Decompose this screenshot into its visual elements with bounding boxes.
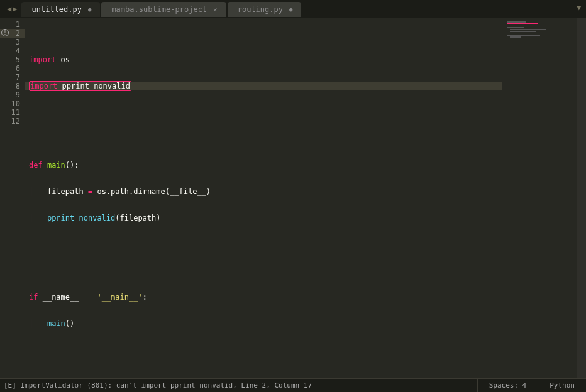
tab-label: mamba.sublime-project (111, 5, 207, 14)
tab-history-forward-icon[interactable]: ▶ (13, 4, 17, 13)
line-number: 3 (0, 38, 25, 46)
line-number: 5 (0, 55, 25, 64)
line-number: 6 (0, 64, 25, 73)
line-number: 11 (0, 108, 25, 117)
status-error-message[interactable]: [E] ImportValidator (801): can't import … (0, 381, 477, 389)
code-line: def main(): (25, 161, 502, 170)
code-line: │ pprint_nonvalid(filepath) (25, 214, 502, 222)
code-line (25, 346, 502, 354)
tab-dirty-icon: ● (88, 6, 91, 13)
status-syntax[interactable]: Python (538, 379, 586, 392)
gutter-error-icon[interactable]: ! (1, 29, 9, 36)
code-line: import pprint_nonvalid (25, 82, 502, 90)
code-line (25, 266, 502, 275)
tab-history-back-icon[interactable]: ◀ (7, 4, 11, 13)
code-line (25, 134, 502, 143)
minimap[interactable] (502, 18, 577, 378)
code-line: import os (25, 55, 502, 64)
tab-bar: ◀ ▶ untitled.py ● mamba.sublime-project … (0, 0, 586, 18)
code-line (25, 240, 502, 249)
editor: 1 ! 2 3 4 5 6 7 8 9 10 11 12 import os i… (0, 18, 586, 378)
tab-untitled-py[interactable]: untitled.py ● (21, 2, 100, 17)
line-number: 8 (0, 82, 25, 90)
line-number: 10 (0, 99, 25, 108)
code-line: │ filepath = os.path.dirname(__file__) (25, 187, 502, 196)
code-line: │ main() (25, 319, 502, 328)
tab-label: routing.py (238, 5, 283, 14)
tab-overflow-icon[interactable]: ▼ (577, 4, 581, 12)
tab-nav-arrows: ◀ ▶ (3, 0, 21, 17)
gutter: 1 ! 2 3 4 5 6 7 8 9 10 11 12 (0, 18, 25, 378)
vertical-scrollbar[interactable] (577, 18, 586, 378)
line-number: 12 (0, 117, 25, 126)
status-bar: [E] ImportValidator (801): can't import … (0, 378, 586, 392)
code-line (25, 108, 502, 117)
code-area[interactable]: import os import pprint_nonvalid def mai… (25, 18, 502, 378)
code-line: if __name__ == '__main__': (25, 293, 502, 302)
tab-routing-py[interactable]: routing.py ● (228, 2, 302, 17)
status-indent[interactable]: Spaces: 4 (477, 379, 538, 392)
tab-label: untitled.py (31, 5, 81, 14)
line-number: 4 (0, 46, 25, 55)
line-number: ! 2 (0, 29, 25, 38)
line-number: 1 (0, 20, 25, 29)
tab-mamba-sublime-project[interactable]: mamba.sublime-project × (101, 2, 226, 17)
error-underline: import pprint_nonvalid (29, 81, 131, 91)
tab-dirty-icon: ● (289, 6, 292, 13)
line-number: 7 (0, 73, 25, 82)
line-number: 9 (0, 90, 25, 99)
tab-close-icon[interactable]: × (213, 6, 218, 14)
